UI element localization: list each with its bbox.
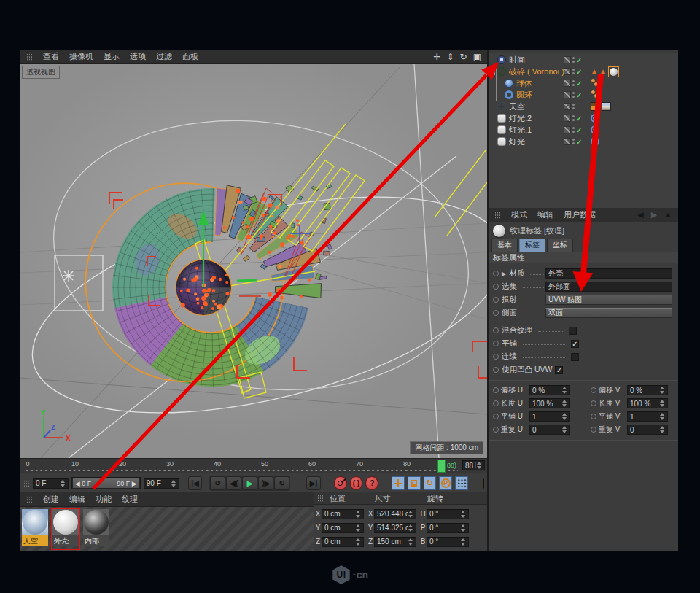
mat-menu-texture[interactable]: 纹理	[122, 494, 138, 505]
material-link-field[interactable]: 外壳	[545, 268, 672, 279]
enabled-check-icon[interactable]: ✓	[576, 138, 582, 146]
end-frame-field[interactable]: 90 F	[144, 478, 179, 489]
tiles-v-field[interactable]: 1	[627, 411, 668, 422]
phong-tag-icon[interactable]: ▲	[599, 68, 607, 75]
selection-field[interactable]: 外部面	[545, 282, 672, 292]
view-name-label[interactable]: 透视视图	[22, 66, 60, 79]
key-parameter-toggle[interactable]: P	[439, 476, 452, 490]
offset-u-field[interactable]: 0 %	[529, 385, 570, 395]
mat-menu-create[interactable]: 创建	[43, 494, 59, 505]
perspective-viewport[interactable]: 透视视图 网格间距 : 1000 cm Y X Z	[20, 64, 487, 458]
layer-toggle-icon[interactable]	[564, 138, 571, 145]
expand-caret-icon[interactable]: ▶	[502, 271, 506, 277]
am-menu-edit[interactable]: 编辑	[537, 209, 553, 220]
anim-dot-icon[interactable]	[493, 341, 499, 346]
visibility-dots[interactable]	[572, 139, 575, 144]
pan-icon[interactable]: ✛	[433, 52, 440, 62]
timeline-ruler[interactable]: 0 10 20 30 40 50 60 70 80 88) 88 F	[20, 458, 487, 473]
anim-dot-icon[interactable]	[493, 354, 499, 360]
material-shell-name[interactable]: 外壳	[52, 535, 79, 546]
goto-end-button[interactable]: ▶|	[306, 476, 321, 490]
mat-menu-function[interactable]: 功能	[96, 494, 112, 505]
visibility-dots[interactable]	[572, 80, 575, 86]
projection-dropdown[interactable]: UVW 贴图	[545, 295, 672, 305]
visibility-dots[interactable]	[572, 92, 575, 98]
preview-range-slider[interactable]: ◀ 0 F 90 F ▶	[71, 477, 141, 489]
material-sky-preview[interactable]	[22, 509, 48, 535]
enabled-check-icon[interactable]: ✓	[576, 115, 582, 123]
play-forwards-button[interactable]: ▶	[242, 476, 257, 490]
object-row-torus[interactable]: 圆环 ✓	[489, 89, 678, 101]
play-loop-button[interactable]: ↻	[274, 476, 289, 490]
range-handle[interactable]: ◀ 0 F 90 F ▶	[73, 478, 139, 488]
position-z-field[interactable]: 0 cm	[322, 537, 364, 547]
target-tag-icon[interactable]	[591, 137, 599, 146]
layer-toggle-icon[interactable]	[564, 91, 571, 98]
vp-menu-options[interactable]: 选项	[130, 51, 146, 62]
compositing-tag-icon[interactable]	[591, 102, 600, 111]
end-frame-stepper[interactable]	[171, 479, 176, 488]
anim-dot-icon[interactable]	[591, 427, 596, 433]
visibility-dots[interactable]	[572, 115, 575, 121]
anim-dot-icon[interactable]	[591, 387, 596, 393]
repeat-v-field[interactable]: 0	[627, 425, 668, 435]
selection-tag-icon[interactable]	[591, 90, 599, 99]
mix-textures-checkbox[interactable]	[569, 327, 577, 335]
render-preview-button[interactable]	[483, 479, 484, 488]
size-x-field[interactable]: 520.448 cm	[374, 509, 416, 519]
material-sky-name[interactable]: 天空	[22, 535, 48, 546]
panel-grip-icon[interactable]	[23, 480, 30, 487]
rotation-b-field[interactable]: 0 °	[427, 537, 469, 547]
rotation-p-field[interactable]: 0 °	[427, 523, 469, 533]
history-back-icon[interactable]: ◀	[637, 210, 643, 220]
object-row-light[interactable]: 灯光 ✓	[489, 136, 678, 147]
layer-toggle-icon[interactable]	[564, 115, 571, 122]
tag-properties-section[interactable]: 标签属性	[489, 252, 678, 263]
layer-toggle-icon[interactable]	[564, 103, 571, 110]
start-frame-stepper[interactable]	[60, 479, 66, 488]
layer-toggle-icon[interactable]	[564, 126, 571, 133]
visibility-dots[interactable]	[572, 127, 575, 133]
enabled-check-icon[interactable]: ✓	[576, 91, 582, 99]
offset-v-field[interactable]: 0 %	[627, 385, 668, 395]
start-frame-field[interactable]: 0 F	[33, 478, 69, 489]
anim-dot-icon[interactable]	[591, 414, 596, 419]
seamless-checkbox[interactable]	[571, 353, 579, 361]
go-up-icon[interactable]: ▲	[664, 210, 672, 220]
tab-basic[interactable]: 基本	[491, 239, 518, 252]
material-sky[interactable]: 天空	[22, 509, 48, 549]
tiles-u-field[interactable]: 1	[529, 411, 570, 422]
vp-menu-panel[interactable]: 面板	[182, 51, 198, 62]
anim-dot-icon[interactable]	[493, 271, 499, 276]
target-tag-icon[interactable]	[591, 114, 599, 123]
object-row-sky[interactable]: 天空	[489, 101, 678, 112]
anim-dot-icon[interactable]	[493, 387, 499, 393]
vp-menu-display[interactable]: 显示	[104, 51, 120, 62]
use-bump-uvw-checkbox[interactable]: ✓	[555, 366, 563, 374]
repeat-u-field[interactable]: 0	[529, 425, 570, 435]
next-frame-button[interactable]: )▶	[258, 476, 273, 490]
am-menu-mode[interactable]: 模式	[511, 209, 527, 220]
panel-grip-icon[interactable]	[26, 496, 33, 503]
anim-dot-icon[interactable]	[493, 284, 499, 290]
enabled-check-icon[interactable]: ✓	[576, 68, 582, 76]
key-pla-toggle[interactable]	[455, 476, 468, 490]
sky-texture-tag-icon[interactable]	[602, 102, 611, 111]
layer-toggle-icon[interactable]	[564, 56, 571, 63]
size-z-field[interactable]: 150 cm	[374, 537, 416, 547]
anim-dot-icon[interactable]	[493, 427, 499, 433]
phong-tag-icon[interactable]: ▲	[591, 68, 598, 75]
material-inner[interactable]: 内部	[83, 509, 109, 549]
length-v-field[interactable]: 100 %	[627, 398, 668, 408]
dolly-icon[interactable]: ⇕	[447, 52, 454, 62]
selection-tag-icon[interactable]	[591, 79, 599, 88]
playhead[interactable]	[438, 460, 446, 473]
history-forward-icon[interactable]: ▶	[651, 210, 657, 220]
key-scale-toggle[interactable]	[408, 476, 421, 490]
object-row-sphere[interactable]: 球体 ✓	[489, 77, 678, 89]
am-menu-userdata[interactable]: 用户数据	[564, 209, 596, 220]
anim-dot-icon[interactable]	[493, 327, 499, 333]
key-rotation-toggle[interactable]: ↻	[424, 476, 437, 490]
material-inner-preview[interactable]	[83, 509, 109, 535]
visibility-dots[interactable]	[572, 104, 575, 109]
